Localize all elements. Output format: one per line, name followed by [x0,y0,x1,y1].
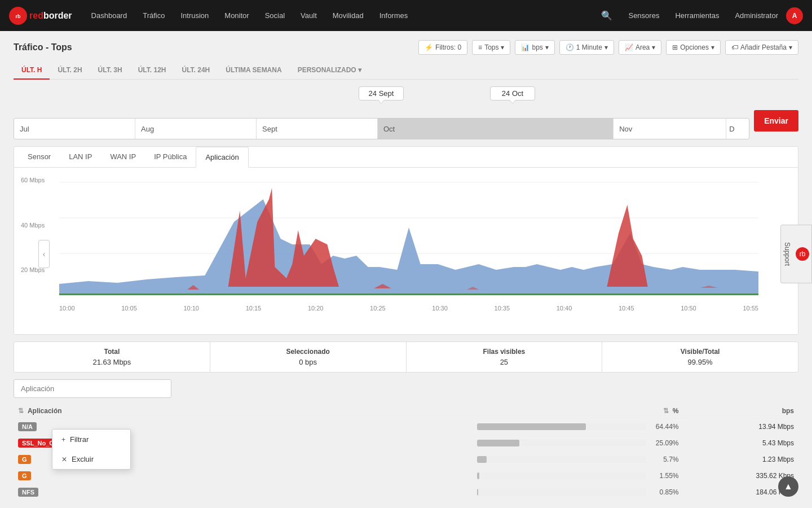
progress-bar-2 [477,456,646,463]
progress-cell-4: 0.85% [170,488,678,496]
filtrar-icon: + [61,436,65,444]
nav-dashboard[interactable]: Dashboard [83,0,135,31]
table-row: N/A64.44%13.94 Mbps [14,419,798,435]
app-badge-0[interactable]: N/A [18,422,37,431]
tab-ult-3h[interactable]: ÚLT. 3H [90,62,130,80]
progress-cell-2: 5.7% [170,456,678,463]
timeline-jul[interactable]: Jul [14,119,135,139]
nav-monitor[interactable]: Monitor [217,0,257,31]
page-title: Tráfico - Tops [14,42,418,52]
timeline-sept[interactable]: Sept [257,119,378,139]
bps-button[interactable]: 📊 bps ▾ [515,40,554,55]
send-button[interactable]: Enviar [754,110,798,132]
tab-sensor[interactable]: Sensor [19,147,60,168]
chart-x-labels: 10:00 10:05 10:10 10:15 10:20 10:25 10:3… [59,303,758,312]
timeline-wrapper: Jul Aug Sept Oct Nov D [14,102,749,139]
timeline-nov[interactable]: Nov [614,119,726,139]
x-label-1: 10:05 [121,305,137,312]
progress-cell-0: 64.44% [170,423,678,431]
tab-personalizado[interactable]: PERSONALIZADO ▾ [290,62,369,80]
nav-movilidad[interactable]: Movilidad [325,0,372,31]
timeline-bar[interactable]: Jul Aug Sept Oct Nov D [14,118,749,139]
dropdown-excluir[interactable]: ✕ Excluir [52,449,130,469]
nav-trafico[interactable]: Tráfico [135,0,173,31]
opciones-dropdown-icon: ▾ [711,43,714,51]
nav-intrusion[interactable]: Intrusion [173,0,217,31]
col-pct-header[interactable]: ⇅ % [166,404,683,419]
col-app-header[interactable]: ⇅ Aplicación [14,404,166,419]
search-input[interactable] [14,379,171,398]
app-badge-2[interactable]: G [18,455,31,464]
stat-selected-label: Seleccionado [216,348,400,356]
time-tabs: ÚLT. H ÚLT. 2H ÚLT. 3H ÚLT. 12H ÚLT. 24H… [14,62,798,80]
scroll-top-button[interactable]: ▲ [778,476,798,497]
nav-informes[interactable]: Informes [372,0,416,31]
bps-cell-0: 13.94 Mbps [683,419,798,435]
sort-app-icon: ⇅ [18,407,24,415]
prev-panel-button[interactable]: ‹ [38,240,50,268]
stats-row: Total 21.63 Mbps Seleccionado 0 bps Fila… [14,341,798,373]
pct-text-1: 25.09% [651,439,679,447]
x-label-6: 10:30 [432,305,448,312]
timeline-d[interactable]: D [726,119,749,139]
x-label-7: 10:35 [495,305,510,312]
progress-bar-0 [477,423,646,430]
nav-herramientas[interactable]: Herramientas [667,0,727,31]
table-row: NFS0.85%184.06 Kbps [14,484,798,501]
pct-text-0: 64.44% [651,423,679,431]
support-icon: rb [796,247,809,261]
svg-text:rb: rb [16,14,21,19]
app-cell-3: G [14,468,166,484]
x-label-2: 10:10 [183,305,199,312]
progress-bar-1 [477,440,646,446]
tab-wan-ip[interactable]: WAN IP [101,147,145,168]
pct-text-2: 5.7% [651,456,679,463]
brand-logo[interactable]: rb redborder [9,7,72,25]
excluir-icon: ✕ [61,456,67,463]
tab-ult-24h[interactable]: ÚLT. 24H [174,62,218,80]
start-date-bubble[interactable]: 24 Sept [359,86,404,100]
tab-lan-ip[interactable]: LAN IP [60,147,101,168]
navbar: rb redborder Dashboard Tráfico Intrusion… [0,0,812,31]
pct-text-3: 1.55% [651,472,679,480]
filtros-button[interactable]: ⚡ Filtros: 0 [418,40,467,55]
timeline-aug[interactable]: Aug [135,119,257,139]
nav-social[interactable]: Social [257,0,293,31]
opciones-button[interactable]: ⊞ Opciones ▾ [666,40,721,55]
tops-icon: ≡ [478,43,482,51]
nav-administrator[interactable]: Administrator [727,0,786,31]
tab-ultima-semana[interactable]: ÚLTIMA SEMANA [218,62,289,80]
nav-vault[interactable]: Vault [293,0,325,31]
tops-button[interactable]: ≡ Tops ▾ [472,40,510,55]
stat-selected: Seleccionado 0 bps [210,342,407,372]
chart-container: 60 Mbps 40 Mbps 20 Mbps [14,168,798,334]
rb-logo-icon: rb [9,7,27,25]
app-badge-3[interactable]: G [18,471,31,480]
timeline-oct[interactable]: Oct [378,119,614,139]
tab-ult-12h[interactable]: ÚLT. 12H [130,62,174,80]
col-bps-header[interactable]: bps [683,404,798,419]
nav-sensores[interactable]: Sensores [620,0,667,31]
tab-aplicacion[interactable]: Aplicación [196,147,248,168]
area-button[interactable]: 📈 Area ▾ [619,40,661,55]
time-button[interactable]: 🕐 1 Minute ▾ [559,40,614,55]
user-avatar[interactable]: A [786,7,803,24]
top-bar: Tráfico - Tops ⚡ Filtros: 0 ≡ Tops ▾ 📊 b… [14,40,798,55]
dropdown-filtrar[interactable]: + Filtrar [52,430,130,449]
end-date-bubble[interactable]: 24 Oct [490,86,535,100]
tab-ult-2h[interactable]: ÚLT. 2H [50,62,90,80]
tops-dropdown-icon: ▾ [501,43,504,51]
tab-ult-h[interactable]: ÚLT. H [14,62,50,80]
context-dropdown: + Filtrar ✕ Excluir [52,429,131,470]
add-tab-button[interactable]: 🏷 Añadir Pestaña ▾ [725,40,798,55]
pct-cell-4: 0.85% [166,484,683,501]
stat-selected-value: 0 bps [216,358,400,366]
add-tab-dropdown-icon: ▾ [789,43,792,51]
app-badge-4[interactable]: NFS [18,488,38,497]
search-icon[interactable]: 🔍 [593,10,620,21]
tab-ip-publica[interactable]: IP Pública [145,147,196,168]
stat-visible-label: Visible/Total [608,348,792,356]
date-picker-row: 24 Sept 24 Oct Jul Aug Sept Oct Nov D En… [14,86,798,139]
support-button[interactable]: rb Support [780,225,812,283]
x-label-9: 10:45 [619,305,634,312]
